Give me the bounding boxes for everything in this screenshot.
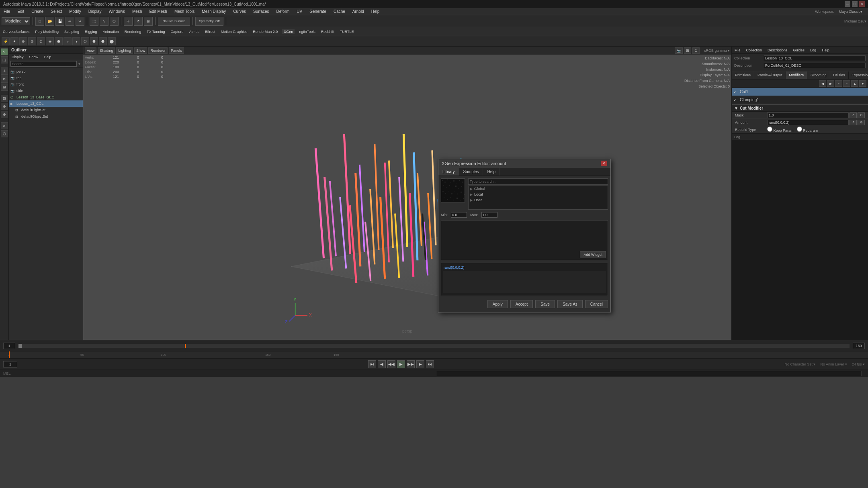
skip-end-btn[interactable]: ⏭	[426, 360, 434, 368]
range-end-input[interactable]	[853, 343, 865, 349]
rp-down-btn[interactable]: ▼	[859, 80, 866, 87]
menu-file[interactable]: File	[2, 9, 11, 14]
rp-remove-btn[interactable]: −	[843, 80, 850, 87]
accept-button[interactable]: Accept	[510, 300, 533, 308]
menu-edit-mesh[interactable]: Edit Mesh	[148, 9, 168, 14]
sculpt-btn[interactable]: ⌀	[1, 122, 8, 129]
keep-param-radio[interactable]: Keep Param	[767, 127, 794, 133]
shelf-rigging[interactable]: Rigging	[84, 30, 98, 34]
shelf-icon-4[interactable]: ⊗	[28, 37, 36, 45]
close-button[interactable]: ✕	[859, 1, 865, 7]
shelf-icon-2[interactable]: ✦	[10, 37, 18, 45]
live-surface-btn[interactable]: No Live Surface	[158, 17, 190, 26]
shelf-icon-3[interactable]: ⊕	[19, 37, 27, 45]
next-frame-btn[interactable]: ▶	[416, 360, 424, 368]
collection-input[interactable]	[764, 55, 866, 61]
symmetry-btn[interactable]: Symmetry: Off	[195, 17, 223, 26]
tab-modifiers[interactable]: Modifiers	[786, 71, 808, 79]
menu-arnold[interactable]: Arnold	[351, 9, 365, 14]
xgen-dialog-titlebar[interactable]: XGen Expression Editor: amount ✕	[438, 159, 610, 168]
menu-mesh-display[interactable]: Mesh Display	[201, 9, 227, 14]
amount-reset-btn[interactable]: ⊙	[858, 120, 865, 125]
vp-show-menu[interactable]: Show	[134, 47, 147, 54]
shelf-curves[interactable]: Curves/Surfaces	[2, 30, 31, 34]
new-scene-btn[interactable]: □	[35, 17, 44, 26]
tab-utilities[interactable]: Utilities	[830, 71, 849, 79]
outliner-help-menu[interactable]: Help	[43, 55, 53, 59]
tree-item-side[interactable]: 📷side	[9, 88, 83, 94]
save-btn[interactable]: 💾	[55, 17, 64, 26]
cut-modifier-header[interactable]: ▼ Cut Modifier	[732, 104, 868, 112]
shelf-bifrost[interactable]: Bifrost	[204, 30, 217, 34]
shelf-icon-11[interactable]: ⬢	[90, 37, 98, 45]
play-btn[interactable]: ▶	[397, 360, 405, 368]
tab-expressions[interactable]: Expressions	[849, 71, 868, 79]
shelf-renderman[interactable]: RenderMan 2.0	[252, 30, 279, 34]
min-input[interactable]	[451, 212, 467, 218]
shelf-icon-7[interactable]: ⬟	[55, 37, 63, 45]
shelf-capture[interactable]: Capture	[170, 30, 185, 34]
tree-item-persp[interactable]: 📷persp	[9, 68, 83, 75]
shelf-poly[interactable]: Poly Modelling	[34, 30, 60, 34]
max-input[interactable]	[481, 212, 497, 218]
current-frame-input[interactable]	[3, 361, 17, 368]
shelf-redshift[interactable]: Redshift	[320, 30, 336, 34]
mask-expand-btn[interactable]: ↗	[850, 112, 857, 118]
menu-select[interactable]: Select	[49, 9, 63, 14]
shelf-ngtools[interactable]: ngtinTools	[298, 30, 317, 34]
modifier-clumping1[interactable]: ✓ Clumping1	[732, 96, 868, 104]
tab-preview-output[interactable]: Preview/Output	[754, 71, 786, 79]
rp-help-menu[interactable]: Help	[821, 48, 831, 52]
rp-up-btn[interactable]: ▲	[851, 80, 858, 87]
move-tool[interactable]: ✛	[124, 17, 133, 26]
undo-btn[interactable]: ↩	[66, 17, 74, 26]
mask-input[interactable]	[767, 112, 849, 118]
tree-item-top[interactable]: 📷top	[9, 75, 83, 81]
rp-guides-menu[interactable]: Guides	[792, 48, 806, 52]
outliner-search-input[interactable]	[10, 61, 77, 67]
vp-isolate-btn[interactable]: ⊙	[692, 47, 700, 54]
timeline-start-thumb[interactable]	[18, 344, 22, 348]
xgen-tab-library[interactable]: Library	[438, 168, 459, 176]
minimize-button[interactable]: ─	[845, 1, 850, 7]
soft-sel-btn[interactable]: ⊛	[1, 103, 8, 110]
rp-collection-menu[interactable]: Collection	[745, 48, 764, 52]
show-manip-btn[interactable]: ⊕	[1, 111, 8, 118]
shelf-icon-5[interactable]: ⊙	[37, 37, 45, 45]
menu-deform[interactable]: Deform	[275, 9, 291, 14]
open-btn[interactable]: 📂	[45, 17, 54, 26]
shelf-sculpting[interactable]: Sculpting	[63, 30, 80, 34]
mode-dropdown[interactable]: Modeling	[2, 17, 30, 25]
save-button[interactable]: Save	[535, 300, 555, 308]
outliner-show-menu[interactable]: Show	[28, 55, 40, 59]
scale-btn[interactable]: ⊞	[1, 84, 8, 91]
menu-help[interactable]: Help	[370, 9, 381, 14]
maximize-button[interactable]: □	[852, 1, 858, 7]
menu-windows[interactable]: Windows	[107, 9, 126, 14]
xgen-tree-local[interactable]: ▶ Local	[469, 192, 608, 197]
viewport-3d-view[interactable]: X Y Z	[83, 55, 731, 340]
paint-select-btn[interactable]: ⬚	[1, 56, 8, 63]
mel-input[interactable]	[436, 371, 862, 376]
save-as-button[interactable]: Save As	[557, 300, 583, 308]
paint-tool[interactable]: ⬡	[110, 17, 119, 26]
shelf-fx[interactable]: FX Tanning	[145, 30, 166, 34]
xgen-texture-thumbnail[interactable]	[441, 178, 465, 202]
skip-start-btn[interactable]: ⏮	[368, 360, 376, 368]
description-input[interactable]	[764, 63, 866, 68]
rp-descriptions-menu[interactable]: Descriptions	[766, 48, 789, 52]
shelf-turtle[interactable]: TURTLE	[339, 30, 355, 34]
xgen-tab-help[interactable]: Help	[483, 168, 500, 176]
xgen-close-button[interactable]: ✕	[601, 161, 607, 166]
tree-item-base-geo[interactable]: ⬡ Lesson_13_Base_GEO	[9, 94, 83, 100]
vp-grid-btn[interactable]: ⊞	[684, 47, 691, 54]
tab-primitives[interactable]: Primitives	[732, 71, 754, 79]
cancel-button[interactable]: Cancel	[585, 300, 608, 308]
rp-add-btn[interactable]: +	[835, 80, 842, 87]
vp-view-menu[interactable]: View	[85, 47, 96, 54]
menu-mesh-tools[interactable]: Mesh Tools	[173, 9, 196, 14]
menu-generate[interactable]: Generate	[308, 9, 328, 14]
shelf-icon-13[interactable]: ⬤	[108, 37, 116, 45]
rotate-btn[interactable]: ↺	[1, 76, 8, 83]
vp-lighting-menu[interactable]: Lighting	[116, 47, 133, 54]
